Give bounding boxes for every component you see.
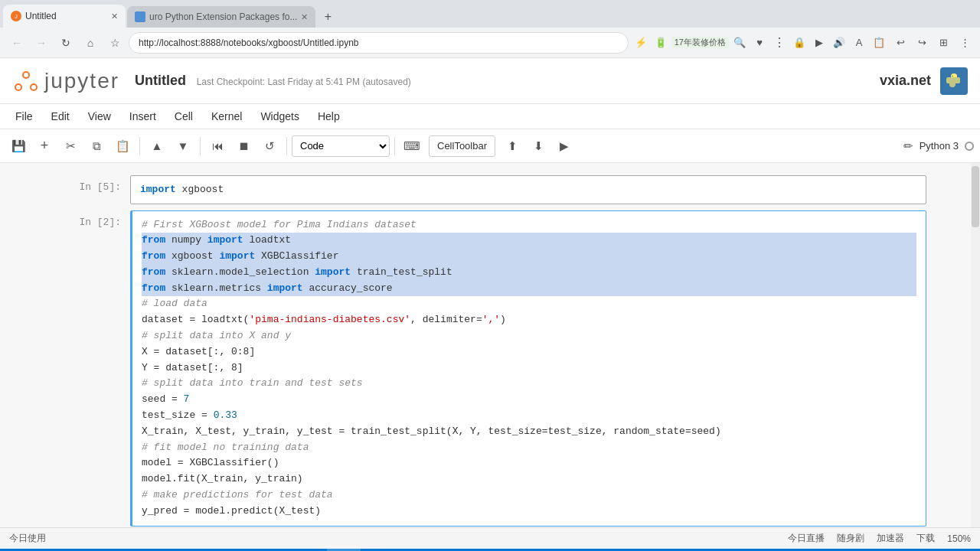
python-logo-icon bbox=[945, 72, 963, 90]
download-btn[interactable]: ⬇ bbox=[526, 134, 550, 158]
save-btn[interactable]: 💾 bbox=[6, 134, 31, 158]
history-forward-icon[interactable]: ↪ bbox=[913, 34, 931, 52]
code-line-9: X = dataset[:, 0:8] bbox=[142, 344, 916, 360]
jupyter-menu: File Edit View Insert Cell Kernel Widget… bbox=[0, 104, 980, 129]
bookmark-star-icon[interactable]: ♥ bbox=[750, 34, 769, 52]
jupyter-logo-text: jupyter bbox=[44, 69, 119, 93]
history-back-icon[interactable]: ↩ bbox=[891, 34, 910, 52]
vxia-logo: vxia.net bbox=[880, 73, 931, 89]
status-right: 今日直播 随身剧 加速器 下载 150% bbox=[788, 532, 971, 545]
toolbar-right: ✏ Python 3 bbox=[903, 139, 974, 153]
cell-2-prompt: In [2]: bbox=[54, 210, 130, 527]
lock-icon[interactable]: 🔒 bbox=[790, 34, 808, 52]
jupyter-logo[interactable]: jupyter bbox=[12, 67, 119, 95]
run-video-btn[interactable]: ▶ bbox=[552, 134, 577, 158]
edit-pencil-icon[interactable]: ✏ bbox=[903, 139, 913, 153]
menu-file[interactable]: File bbox=[6, 107, 42, 126]
tab1-close[interactable]: ✕ bbox=[111, 11, 118, 21]
new-tab-btn[interactable]: + bbox=[317, 6, 338, 28]
code-line-16: model = XGBClassifier() bbox=[142, 455, 916, 471]
browser-chrome: J Untitled ✕ uro Python Extension Packag… bbox=[0, 0, 980, 58]
cell-2-code: # First XGBoost model for Pima Indians d… bbox=[132, 211, 926, 526]
code-line-2: from numpy import loadtxt bbox=[142, 233, 916, 249]
search-icon[interactable]: 🔍 bbox=[730, 34, 749, 52]
keyboard-shortcuts-btn[interactable]: ⌨ bbox=[400, 134, 424, 158]
battery-icon[interactable]: 🔋 bbox=[652, 34, 670, 52]
notebook-name[interactable]: Untitled bbox=[135, 73, 186, 88]
status-bar: 今日使用 今日直播 随身剧 加速器 下载 150% bbox=[0, 527, 980, 549]
paste-btn[interactable]: 📋 bbox=[110, 134, 135, 158]
home-btn[interactable]: ⌂ bbox=[80, 32, 101, 54]
code-line-3: from xgboost import XGBClassifier bbox=[142, 249, 916, 265]
settings-icon[interactable]: ⋮ bbox=[956, 34, 974, 52]
back-btn[interactable]: ← bbox=[6, 32, 28, 54]
tab2-close[interactable]: ✕ bbox=[301, 12, 308, 22]
cell-type-select[interactable]: Code Markdown Raw NBConvert Heading bbox=[292, 135, 390, 157]
lightning-icon[interactable]: ⚡ bbox=[632, 34, 650, 52]
code-line-11: # split data into train and test sets bbox=[142, 376, 916, 392]
menu-icon[interactable]: ⋮ bbox=[770, 34, 789, 52]
stop-btn[interactable]: ⏹ bbox=[231, 134, 256, 158]
cell-1-code: import xgboost bbox=[131, 176, 926, 204]
python-logo bbox=[940, 67, 968, 95]
bookmark-btn[interactable]: ☆ bbox=[104, 32, 126, 54]
code-line-4: from sklearn.model_selection import trai… bbox=[142, 265, 916, 281]
address-bar[interactable]: http://localhost:8888/notebooks/xgboost/… bbox=[129, 32, 629, 54]
tab-2[interactable]: uro Python Extension Packages fo... ✕ bbox=[127, 6, 315, 28]
menu-view[interactable]: View bbox=[79, 107, 120, 126]
celltoolbar-btn[interactable]: CellToolbar bbox=[429, 135, 495, 157]
notebook-area: In [5]: import xgboost In [2]: # First X… bbox=[0, 163, 980, 527]
volume-icon[interactable]: 🔊 bbox=[830, 34, 848, 52]
toolbar: 💾 + ✂ ⧉ 📋 ▲ ▼ ⏮ ⏹ ↺ Code Markdown Raw NB… bbox=[0, 129, 980, 163]
move-up-btn[interactable]: ▲ bbox=[145, 134, 169, 158]
extension-icon-2[interactable]: 📋 bbox=[870, 34, 888, 52]
address-text: http://localhost:8888/notebooks/xgboost/… bbox=[139, 37, 619, 48]
add-cell-btn[interactable]: + bbox=[32, 134, 57, 158]
price-label: 17年装修价格 bbox=[671, 37, 729, 48]
run-first-btn[interactable]: ⏮ bbox=[205, 134, 230, 158]
scrollbar-right[interactable] bbox=[971, 163, 980, 527]
menu-cell[interactable]: Cell bbox=[165, 107, 202, 126]
code-line-7: dataset = loadtxt('pima-indians-diabetes… bbox=[142, 312, 916, 328]
scrollbar-thumb[interactable] bbox=[972, 166, 979, 227]
code-line-14: X_train, X_test, y_train, y_test = train… bbox=[142, 424, 916, 440]
tab1-favicon: J bbox=[11, 11, 21, 21]
notebook-title-area: Untitled Last Checkpoint: Last Friday at… bbox=[135, 73, 880, 89]
status-download: 下载 bbox=[916, 532, 935, 545]
import-value: xgboost bbox=[176, 184, 224, 195]
more-tools-icon[interactable]: ⊞ bbox=[934, 34, 952, 52]
checkpoint-info: Last Checkpoint: Last Friday at 5:41 PM … bbox=[197, 77, 411, 87]
move-down-btn[interactable]: ▼ bbox=[171, 134, 195, 158]
toolbar-sep-3 bbox=[286, 137, 287, 155]
code-line-6: # load data bbox=[142, 296, 916, 312]
tab-bar: J Untitled ✕ uro Python Extension Packag… bbox=[0, 0, 980, 28]
tab-1[interactable]: J Untitled ✕ bbox=[3, 5, 126, 28]
menu-widgets[interactable]: Widgets bbox=[251, 107, 309, 126]
cell-1-content[interactable]: import xgboost bbox=[130, 175, 926, 204]
svg-point-5 bbox=[31, 85, 36, 90]
status-left: 今日使用 bbox=[9, 532, 46, 545]
cell-2: In [2]: # First XGBoost model for Pima I… bbox=[54, 210, 926, 527]
menu-kernel[interactable]: Kernel bbox=[202, 107, 251, 126]
restart-btn[interactable]: ↺ bbox=[257, 134, 282, 158]
extension-icon-1[interactable]: A bbox=[850, 34, 868, 52]
toolbar-sep-1 bbox=[139, 137, 140, 155]
tab2-label: uro Python Extension Packages fo... bbox=[149, 11, 297, 22]
copy-btn[interactable]: ⧉ bbox=[84, 134, 109, 158]
code-line-1: # First XGBoost model for Pima Indians d… bbox=[142, 217, 916, 233]
upload-btn[interactable]: ⬆ bbox=[500, 134, 524, 158]
code-line-13: test_size = 0.33 bbox=[142, 408, 916, 424]
cut-btn[interactable]: ✂ bbox=[58, 134, 83, 158]
forward-btn[interactable]: → bbox=[31, 32, 52, 54]
jupyter-logo-icon bbox=[12, 67, 40, 95]
jupyter-header-right: vxia.net bbox=[880, 67, 968, 95]
cell-container: In [5]: import xgboost In [2]: # First X… bbox=[38, 175, 942, 527]
menu-help[interactable]: Help bbox=[309, 107, 349, 126]
svg-point-6 bbox=[952, 75, 953, 77]
cell-2-content[interactable]: # First XGBoost model for Pima Indians d… bbox=[130, 210, 926, 527]
code-line-19: y_pred = model.predict(X_test) bbox=[142, 504, 916, 520]
play-icon[interactable]: ▶ bbox=[810, 34, 828, 52]
reload-btn[interactable]: ↻ bbox=[55, 32, 77, 54]
menu-edit[interactable]: Edit bbox=[42, 107, 79, 126]
menu-insert[interactable]: Insert bbox=[120, 107, 165, 126]
